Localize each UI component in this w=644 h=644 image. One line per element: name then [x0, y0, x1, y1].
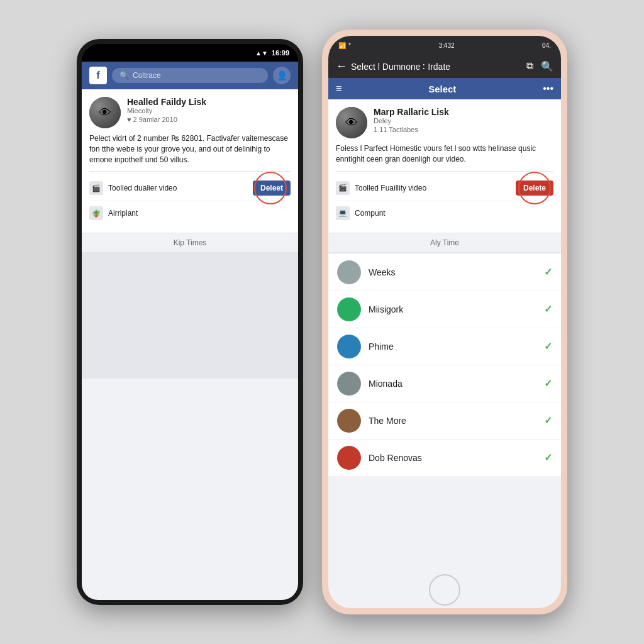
window-icon[interactable]: ⧉ — [526, 60, 533, 72]
android-avatar-icon[interactable]: 👤 — [273, 67, 291, 84]
contact-avatar-5 — [337, 446, 361, 470]
android-card-body: Pelect vidrt of 2 number ₨ 62801. Factiv… — [89, 133, 291, 165]
check-icon-1: ✓ — [544, 303, 552, 315]
signal-icon: ▲▼ — [255, 50, 268, 57]
ios-nav-left: ← Select l Dumnone ∶ Irdate — [336, 60, 450, 73]
android-action2-label: Airriplant — [108, 209, 138, 218]
android-status-bar: ▲▼ 16:99 — [82, 44, 298, 62]
battery-icon: 04. — [542, 42, 551, 49]
phone-android: ▲▼ 16:99 f 🔍 Coltrace 👤 — [77, 39, 303, 605]
ios-status-left: 📶 * — [338, 42, 351, 49]
search-icon: 🔍 — [119, 71, 129, 80]
android-action1-label: Toolled dualier video — [108, 184, 177, 192]
check-icon-0: ✓ — [544, 266, 552, 278]
ios-card-body: Foless l Parfect Homestic vours fet l so… — [336, 143, 553, 165]
android-avatar-img — [89, 97, 121, 128]
ios-bottom-spacer — [328, 477, 561, 508]
android-fb-header: f 🔍 Coltrace 👤 — [82, 62, 298, 89]
ios-card-name: Marp Rallaric Lisk — [374, 107, 553, 117]
iphone-home-button[interactable] — [429, 574, 460, 606]
ios-card-avatar — [336, 107, 367, 138]
ios-action-left-1: 🎬 Toolled Fuaillity video — [336, 181, 426, 195]
android-action-row-1: 🎬 Toolled dualier video Deleet — [89, 175, 291, 201]
back-arrow-icon[interactable]: ← — [336, 60, 347, 73]
ios-action-left-2: 💻 Compunt — [336, 206, 386, 220]
more-icon[interactable]: ••• — [543, 83, 553, 94]
ios-nav-actions: ⧉ 🔍 — [526, 60, 553, 72]
ios-avatar-img — [336, 107, 367, 138]
ios-status-right: 04. — [542, 42, 551, 49]
ios-divider: Aly Time — [328, 233, 561, 253]
contact-name-5: Dob Renovas — [369, 453, 536, 463]
contact-avatar-0 — [337, 260, 361, 284]
ios-action-row-1: 🎬 Toolled Fuaillity video Delete — [336, 175, 553, 201]
contact-item-3[interactable]: Mionada ✓ — [328, 365, 561, 402]
fb-logo: f — [89, 67, 107, 84]
ios-fb-title: Select — [428, 84, 456, 94]
iphone-screen: 📶 * 3:432 04. ← Select l Dumnone ∶ Irdat… — [328, 36, 561, 608]
ios-computer-icon: 💻 — [336, 206, 350, 220]
ios-delete-button[interactable]: Delete — [516, 180, 553, 196]
android-card-avatar — [89, 97, 121, 128]
video-icon: 🎬 — [89, 181, 103, 195]
wifi-icon: 📶 — [338, 42, 346, 49]
check-icon-4: ✓ — [544, 414, 552, 426]
contact-name-1: Miisigork — [369, 304, 536, 314]
check-icon-5: ✓ — [544, 452, 552, 464]
android-delete-button[interactable]: Deleet — [253, 180, 291, 196]
android-screen: f 🔍 Coltrace 👤 Healled Faildy Lisk Mieco… — [82, 62, 298, 600]
android-search-text: Coltrace — [133, 71, 161, 80]
phone-iphone: 📶 * 3:432 04. ← Select l Dumnone ∶ Irdat… — [322, 30, 567, 614]
contact-avatar-3 — [337, 372, 361, 396]
ios-time: 3:432 — [438, 42, 454, 49]
ios-card: Marp Rallaric Lisk Deley 1 11 Tactlabes … — [328, 99, 561, 233]
ios-action-row-2: 💻 Compunt — [336, 201, 553, 225]
contact-name-2: Phime — [369, 341, 536, 352]
android-action-left-1: 🎬 Toolled dualier video — [89, 181, 177, 195]
check-icon-3: ✓ — [544, 377, 552, 389]
android-card-info: Healled Faildy Lisk Miecolty ♥ 2 9amlar … — [127, 97, 291, 128]
ios-action1-label: Toolled Fuaillity video — [355, 184, 426, 192]
ios-card-info: Marp Rallaric Lisk Deley 1 11 Tactlabes — [374, 107, 553, 138]
ios-contact-list: Weeks ✓ Miisigork ✓ Phime ✓ Mionada ✓ — [328, 254, 561, 477]
ios-card-header: Marp Rallaric Lisk Deley 1 11 Tactlabes — [336, 107, 553, 138]
ios-nav-title: Select l Dumnone ∶ Irdate — [351, 62, 450, 72]
ios-action2-label: Compunt — [355, 209, 386, 218]
android-time: 16:99 — [272, 49, 289, 57]
ios-search-icon[interactable]: 🔍 — [541, 60, 553, 72]
android-action-left-2: 🪴 Airriplant — [89, 206, 138, 220]
ios-fb-header: ≡ Select ••• — [328, 78, 561, 99]
scene: ▲▼ 16:99 f 🔍 Coltrace 👤 — [0, 0, 644, 644]
contact-item-2[interactable]: Phime ✓ — [328, 328, 561, 365]
contact-item-0[interactable]: Weeks ✓ — [328, 254, 561, 291]
android-gray-area — [82, 253, 298, 379]
ios-status-center: 3:432 — [438, 42, 454, 49]
contact-item-5[interactable]: Dob Renovas ✓ — [328, 440, 561, 477]
heart-icon: ♥ — [127, 116, 131, 123]
ios-card-actions: 🎬 Toolled Fuaillity video Delete 💻 Compu… — [336, 171, 553, 225]
android-search-bar[interactable]: 🔍 Coltrace — [112, 68, 268, 83]
check-icon-2: ✓ — [544, 340, 552, 352]
android-card-actions: 🎬 Toolled dualier video Deleet 🪴 Airripl… — [89, 171, 291, 225]
contact-item-4[interactable]: The More ✓ — [328, 402, 561, 440]
android-divider: Kip Times — [82, 233, 298, 253]
contact-avatar-4 — [337, 409, 361, 433]
menu-icon[interactable]: ≡ — [336, 83, 341, 94]
bluetooth-icon: * — [348, 42, 351, 49]
android-card-sub: Miecolty — [127, 107, 291, 114]
contact-name-0: Weeks — [369, 267, 536, 277]
android-card-date: ♥ 2 9amlar 2010 — [127, 116, 291, 123]
contact-avatar-1 — [337, 297, 361, 321]
contact-item-1[interactable]: Miisigork ✓ — [328, 291, 561, 328]
android-card: Healled Faildy Lisk Miecolty ♥ 2 9amlar … — [82, 89, 298, 233]
contact-name-3: Mionada — [369, 379, 536, 389]
ios-status-bar: 📶 * 3:432 04. — [328, 36, 561, 55]
contact-avatar-2 — [337, 335, 361, 358]
ios-card-date: 1 11 Tactlabes — [374, 126, 553, 133]
android-card-header: Healled Faildy Lisk Miecolty ♥ 2 9amlar … — [89, 97, 291, 128]
ios-card-sub: Deley — [374, 117, 553, 125]
ios-nav-bar: ← Select l Dumnone ∶ Irdate ⧉ 🔍 — [328, 55, 561, 78]
android-action-row-2: 🪴 Airriplant — [89, 201, 291, 225]
contact-name-4: The More — [369, 416, 536, 426]
ios-video-icon: 🎬 — [336, 181, 350, 195]
